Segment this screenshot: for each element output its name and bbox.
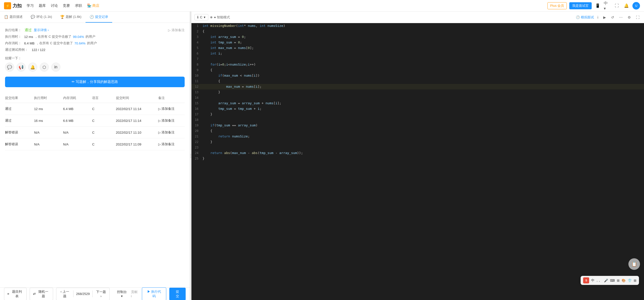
nav-problems[interactable]: 题库: [39, 4, 46, 8]
weibo-share-btn[interactable]: 📢: [17, 63, 26, 72]
row1-status[interactable]: 通过: [5, 107, 31, 111]
prev-btn[interactable]: ‹ 上一题: [56, 288, 73, 300]
row3-mem: N/A: [63, 131, 90, 134]
result-status: 通过: [25, 28, 32, 32]
language-selector[interactable]: 中 ▾: [604, 2, 611, 9]
random-icon: ⇄: [33, 292, 36, 296]
tab-submissions-label: 提交记录: [95, 15, 108, 19]
row2-add-note[interactable]: ▷ 添加备注: [158, 118, 185, 123]
time-suffix: 的用户: [86, 34, 95, 39]
code-line: 12 max_num = nums[i];: [191, 84, 644, 89]
nav-discuss[interactable]: 讨论: [51, 4, 58, 8]
submission-table: 提交结果 执行用时 内存消耗 语言 提交时间 备注 通过 12 ms 6.4 M…: [5, 93, 185, 150]
show-detail-btn[interactable]: 显示详情 ›: [34, 28, 49, 32]
linkedin-share-btn[interactable]: in: [51, 63, 60, 72]
fullscreen-editor-btn[interactable]: ⛶: [634, 14, 641, 20]
nav-contest[interactable]: 竞赛: [63, 4, 70, 8]
wechat-share-btn[interactable]: 💬: [5, 63, 14, 72]
description-icon: 📋: [4, 15, 8, 19]
next-btn[interactable]: 下一题 ›: [93, 288, 110, 299]
problem-list-btn[interactable]: ≡ 题目列表: [4, 288, 27, 300]
im-shirt[interactable]: 👕: [628, 279, 632, 282]
nav-right: Plus 会员 我是面试官 📱 中 ▾ ⛶ 🔔 U: [547, 2, 640, 10]
console-btn[interactable]: 控制台 ▾: [116, 290, 128, 298]
code-line: 20 {: [191, 128, 644, 134]
redo-btn[interactable]: ⋯: [618, 14, 624, 20]
nav-jobs[interactable]: 求职: [75, 4, 82, 8]
code-line: 4 int tmp_sum = 0;: [191, 40, 644, 45]
nav-study[interactable]: 学习: [27, 4, 34, 8]
smart-dot: [210, 16, 212, 18]
tab-solutions[interactable]: 🏆 题解 (1.6k): [56, 12, 86, 23]
code-line: 21 return numsSize;: [191, 134, 644, 139]
table-row: 解答错误 N/A N/A C 2022/02/17 11:09 ▷ 添加备注: [5, 138, 185, 150]
feedback-btn[interactable]: 📋: [628, 258, 640, 270]
tab-comments[interactable]: 💬 评论 (1.1k): [27, 12, 56, 23]
undo-btn[interactable]: ↺: [610, 14, 616, 20]
info-btn[interactable]: i: [596, 14, 600, 20]
row4-status[interactable]: 解答错误: [5, 142, 31, 146]
code-editor[interactable]: 1 int missingNumber(int* nums, int numsS…: [191, 23, 644, 300]
code-line: 9 {: [191, 67, 644, 73]
nav-store[interactable]: 🏪 商店: [87, 4, 99, 8]
result-row: 执行结果： 通过 显示详情 › ▷ 添加备注: [5, 28, 185, 32]
im-mic[interactable]: 🎤: [604, 279, 608, 282]
tab-description-label: 题目描述: [10, 15, 23, 19]
editor-toolbar: ℹ C ▾ ● 智能模式 🕐 模拟面试 i ▶ ↺ ⋯ ⚙ ⛶: [191, 12, 644, 23]
run-btn[interactable]: ▶ 执行代码: [142, 287, 166, 300]
submit-btn[interactable]: 提交: [169, 288, 186, 300]
run-toolbar-btn[interactable]: ▶: [602, 14, 608, 20]
row4-mem: N/A: [63, 142, 90, 146]
table-row: 通过 12 ms 6.4 MB C 2022/02/17 11:14 ▷ 添加备…: [5, 103, 185, 115]
row3-status[interactable]: 解答错误: [5, 130, 31, 135]
divider-dot: [190, 157, 191, 158]
plus-btn[interactable]: Plus 会员: [547, 2, 567, 9]
add-note-top[interactable]: ▷ 添加备注: [168, 28, 185, 32]
im-grid[interactable]: ⊞: [617, 279, 620, 282]
row1-lang: C: [92, 107, 113, 111]
row4-lang: C: [92, 142, 113, 146]
time-percent: 99.04%: [73, 35, 84, 39]
row1-add-note[interactable]: ▷ 添加备注: [158, 107, 185, 111]
row4-add-note[interactable]: ▷ 添加备注: [158, 142, 185, 146]
logo[interactable]: ⚡ 力扣: [4, 2, 22, 9]
problem-list-label: 题目列表: [11, 289, 23, 298]
time-label: 执行用时：: [5, 34, 23, 39]
douban-share-btn[interactable]: ⬡: [40, 63, 49, 72]
code-line: 18: [191, 117, 644, 123]
device-icon[interactable]: 📱: [594, 2, 601, 9]
language-selector[interactable]: ℹ C ▾: [194, 14, 208, 20]
test-label: 通过测试用例：: [5, 47, 30, 52]
feedback-icon: 📋: [631, 261, 637, 267]
contribute-btn[interactable]: 贡献 i: [131, 290, 139, 298]
page-count: 268/2529: [73, 290, 92, 297]
mock-interview-btn[interactable]: 🕐 模拟面试: [576, 15, 594, 20]
code-line: 1 int missingNumber(int* nums, int numsS…: [191, 23, 644, 29]
im-more[interactable]: ⊞: [634, 279, 636, 282]
time-value: 12 ms: [24, 35, 33, 39]
row2-time: 16 ms: [34, 119, 60, 123]
fullscreen-icon[interactable]: ⛶: [613, 2, 620, 9]
random-btn[interactable]: ⇄ 随机一题: [30, 288, 53, 300]
interview-btn[interactable]: 我是面试官: [569, 2, 592, 9]
qq-share-btn[interactable]: 🔔: [28, 63, 37, 72]
row1-time: 12 ms: [34, 107, 60, 111]
tab-description[interactable]: 📋 题目描述: [0, 12, 27, 23]
im-keyboard[interactable]: ⌨: [610, 279, 615, 282]
code-line: 15 array_sum = array_sum + nums[i];: [191, 101, 644, 106]
settings-btn[interactable]: ⚙: [626, 14, 632, 20]
mem-percent: 70.64%: [74, 41, 86, 45]
bottom-bar: ≡ 题目列表 ⇄ 随机一题 ‹ 上一题 268/2529 下一题 › 控制台 ▾…: [0, 287, 190, 300]
row3-add-note[interactable]: ▷ 添加备注: [158, 130, 185, 135]
write-solution-btn[interactable]: ✏ 写题解，分享我的解题思路: [5, 77, 185, 87]
im-skin[interactable]: 🎨: [622, 279, 626, 282]
tab-submissions[interactable]: 🕐 提交记录: [86, 12, 112, 23]
code-line: 3 int array_sum = 0;: [191, 34, 644, 40]
notification-icon[interactable]: 🔔: [623, 2, 630, 9]
tab-comments-label: 评论 (1.1k): [36, 15, 52, 19]
code-line: 2 {: [191, 29, 644, 34]
avatar[interactable]: U: [632, 2, 640, 10]
row2-status[interactable]: 通过: [5, 118, 31, 123]
test-value: 122 / 122: [32, 48, 45, 52]
share-icons: 💬 📢 🔔 ⬡ in: [5, 63, 185, 72]
